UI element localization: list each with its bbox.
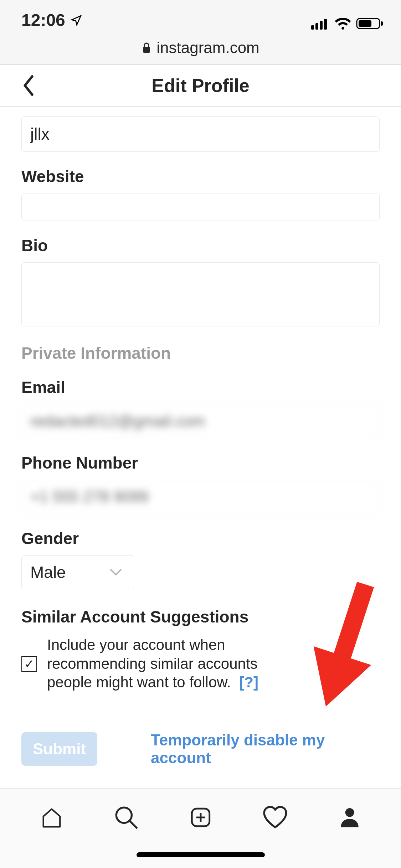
status-bar: 12:06 xyxy=(0,0,401,31)
browser-domain: instagram.com xyxy=(156,39,259,57)
similar-suggestions-checkbox[interactable]: ✓ xyxy=(21,656,37,672)
tab-profile[interactable] xyxy=(335,803,364,832)
lock-icon xyxy=(142,42,151,54)
browser-url-bar[interactable]: instagram.com xyxy=(0,31,401,65)
tab-home[interactable] xyxy=(37,803,66,832)
website-label: Website xyxy=(21,167,380,186)
svg-rect-1 xyxy=(315,23,318,30)
page-header: Edit Profile xyxy=(0,65,401,107)
home-indicator[interactable] xyxy=(137,852,265,857)
tab-search[interactable] xyxy=(112,803,140,832)
email-input[interactable]: redacted012@gmail.com xyxy=(21,404,380,438)
svg-line-11 xyxy=(130,821,137,828)
location-icon xyxy=(70,14,82,26)
similar-suggestions-label: Similar Account Suggestions xyxy=(21,607,380,626)
chevron-down-icon xyxy=(109,565,123,579)
website-input[interactable] xyxy=(21,193,380,221)
bio-input[interactable] xyxy=(21,262,380,326)
svg-point-15 xyxy=(345,808,354,817)
gender-value: Male xyxy=(30,563,66,582)
home-indicator-area xyxy=(0,846,401,868)
tab-new-post[interactable] xyxy=(186,803,215,832)
svg-rect-5 xyxy=(359,20,371,27)
edit-profile-form: jllx Website Bio Private Information Ema… xyxy=(0,107,401,788)
gender-label: Gender xyxy=(21,529,380,548)
svg-rect-6 xyxy=(381,21,383,26)
tab-activity[interactable] xyxy=(261,803,289,832)
email-label: Email xyxy=(21,378,380,397)
similar-suggestions-text: Include your account when recommending s… xyxy=(47,636,275,692)
status-time: 12:06 xyxy=(21,10,65,30)
battery-icon xyxy=(356,17,384,30)
cellular-icon xyxy=(311,17,330,30)
username-input[interactable]: jllx xyxy=(21,116,380,152)
private-info-heading: Private Information xyxy=(21,343,380,363)
svg-point-10 xyxy=(116,807,132,823)
submit-button[interactable]: Submit xyxy=(21,732,97,766)
gender-select[interactable]: Male xyxy=(21,555,134,589)
svg-rect-2 xyxy=(320,21,323,30)
tab-bar xyxy=(0,788,401,846)
page-title: Edit Profile xyxy=(151,75,249,96)
svg-rect-3 xyxy=(324,19,327,30)
back-button[interactable] xyxy=(18,75,39,96)
bio-label: Bio xyxy=(21,236,380,255)
help-link[interactable]: [?] xyxy=(239,674,258,691)
wifi-icon xyxy=(334,17,352,30)
svg-rect-0 xyxy=(311,25,314,30)
temporarily-disable-link[interactable]: Temporarily disable my account xyxy=(151,731,380,767)
svg-rect-7 xyxy=(143,47,150,53)
phone-label: Phone Number xyxy=(21,453,380,472)
check-icon: ✓ xyxy=(24,658,34,670)
phone-input[interactable]: +1 555 278 9099 xyxy=(21,480,380,514)
